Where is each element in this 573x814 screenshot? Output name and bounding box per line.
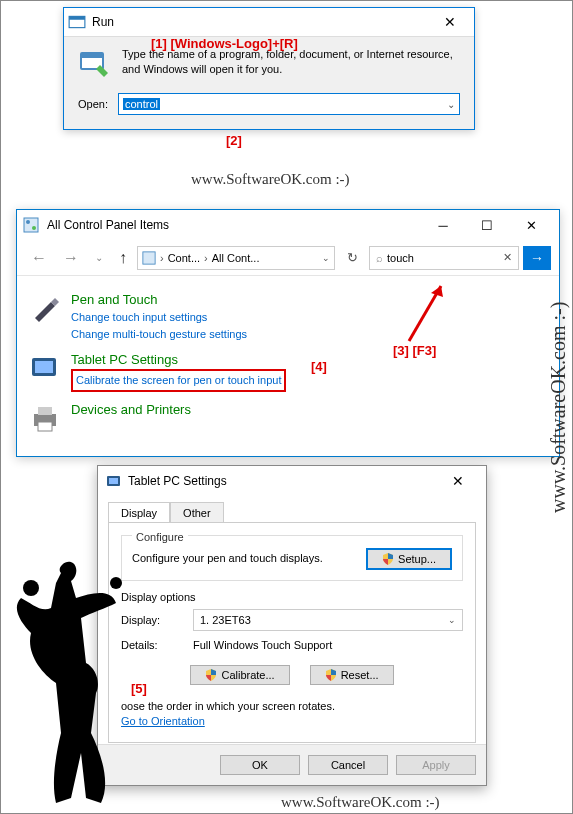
control-panel-icon (23, 217, 39, 233)
search-icon: ⌕ (376, 252, 383, 264)
cp-title-text: All Control Panel Items (47, 218, 169, 232)
calibrate-button[interactable]: Calibrate... (190, 665, 289, 685)
annotation-4: [4] (311, 359, 327, 374)
display-options-label: Display options (121, 591, 463, 603)
search-value: touch (387, 252, 499, 264)
pen-icon (29, 292, 61, 324)
watermark-side: www.SoftwareOK.com :-) (547, 1, 570, 813)
svg-point-6 (32, 226, 36, 230)
clear-search-button[interactable]: ✕ (503, 251, 512, 264)
cp-toolbar: ← → ⌄ ↑ › Cont... › All Cont... ⌄ ↻ ⌕ to… (17, 240, 559, 276)
svg-rect-7 (143, 251, 155, 263)
svg-rect-1 (69, 16, 85, 19)
orientation-link[interactable]: Go to Orientation (121, 715, 205, 727)
shield-icon (205, 669, 217, 681)
display-label: Display: (121, 614, 181, 626)
details-label: Details: (121, 639, 181, 651)
up-button[interactable]: ↑ (113, 245, 133, 271)
run-icon (68, 13, 86, 31)
calibrate-button-label: Calibrate... (221, 669, 274, 681)
tab-other[interactable]: Other (170, 502, 224, 523)
svg-rect-12 (38, 422, 52, 431)
category-link[interactable]: Change touch input settings (71, 309, 247, 326)
svg-rect-16 (109, 478, 118, 484)
configure-fieldset: Configure Configure your pen and touch d… (121, 535, 463, 581)
setup-button-label: Setup... (398, 553, 436, 565)
apply-button[interactable]: Apply (396, 755, 476, 775)
tablet-titlebar[interactable]: Tablet PC Settings ✕ (98, 466, 486, 496)
close-button[interactable]: ✕ (430, 14, 470, 30)
category-pen-and-touch: Pen and Touch Change touch input setting… (29, 292, 547, 342)
back-button[interactable]: ← (25, 245, 53, 271)
category-title[interactable]: Pen and Touch (71, 292, 247, 307)
category-devices-and-printers: Devices and Printers (29, 402, 547, 434)
annotation-1: [1] [Windows-Logo]+[R] (151, 36, 298, 51)
reset-button-label: Reset... (341, 669, 379, 681)
breadcrumb-sep: › (204, 252, 208, 264)
breadcrumb-seg2[interactable]: All Cont... (212, 252, 260, 264)
maximize-button[interactable]: ☐ (465, 211, 509, 239)
cancel-button[interactable]: Cancel (308, 755, 388, 775)
ok-button[interactable]: OK (220, 755, 300, 775)
chevron-down-icon[interactable]: ⌄ (322, 253, 330, 263)
setup-button[interactable]: Setup... (366, 548, 452, 570)
control-panel-icon (142, 251, 156, 265)
control-panel-window: All Control Panel Items ─ ☐ ✕ ← → ⌄ ↑ › … (16, 209, 560, 457)
configure-text: Configure your pen and touch displays. (132, 551, 346, 566)
tab-display-content: Configure Configure your pen and touch d… (108, 522, 476, 743)
svg-rect-3 (81, 53, 103, 58)
search-input[interactable]: ⌕ touch ✕ (369, 246, 519, 270)
run-program-icon (78, 47, 110, 79)
open-combobox[interactable]: control ⌄ (118, 93, 460, 115)
svg-rect-9 (35, 361, 53, 373)
tablet-title-text: Tablet PC Settings (128, 474, 227, 488)
refresh-button[interactable]: ↻ (339, 250, 365, 265)
rotation-order-text: oose the order in which your screen rota… (121, 699, 463, 730)
details-value: Full Windows Touch Support (193, 639, 332, 651)
tablet-icon (29, 352, 61, 384)
close-button[interactable]: ✕ (438, 473, 478, 489)
minimize-button[interactable]: ─ (421, 211, 465, 239)
red-arrow-icon (401, 281, 451, 351)
printer-icon (29, 402, 61, 434)
svg-point-5 (26, 220, 30, 224)
svg-rect-11 (38, 407, 52, 415)
tablet-icon (106, 473, 122, 489)
configure-legend: Configure (132, 531, 188, 543)
shield-icon (325, 669, 337, 681)
category-link-calibrate[interactable]: Calibrate the screen for pen or touch in… (71, 369, 286, 392)
display-combobox[interactable]: 1. 23ET63 ⌄ (193, 609, 463, 631)
forward-button[interactable]: → (57, 245, 85, 271)
tab-display[interactable]: Display (108, 502, 170, 523)
open-label: Open: (78, 98, 108, 110)
svg-point-17 (23, 580, 39, 596)
breadcrumb-seg1[interactable]: Cont... (168, 252, 200, 264)
category-title[interactable]: Devices and Printers (71, 402, 191, 417)
annotation-5: [5] (131, 681, 147, 696)
chevron-down-icon[interactable]: ⌄ (448, 615, 456, 625)
run-title-text: Run (92, 15, 114, 29)
svg-rect-4 (24, 218, 38, 232)
run-description: Type the name of a program, folder, docu… (122, 47, 460, 79)
tablet-settings-dialog: Tablet PC Settings ✕ Display Other Confi… (97, 465, 487, 786)
watermark-url-1: www.SoftwareOK.com :-) (191, 171, 350, 188)
cp-titlebar[interactable]: All Control Panel Items ─ ☐ ✕ (17, 210, 559, 240)
breadcrumb-sep: › (160, 252, 164, 264)
history-dropdown[interactable]: ⌄ (89, 248, 109, 267)
chevron-down-icon[interactable]: ⌄ (447, 99, 455, 110)
display-value: 1. 23ET63 (200, 614, 251, 626)
watermark-url-2: www.SoftwareOK.com :-) (281, 794, 440, 811)
address-bar[interactable]: › Cont... › All Cont... ⌄ (137, 246, 335, 270)
annotation-2: [2] (226, 133, 242, 148)
run-titlebar[interactable]: Run ✕ (64, 8, 474, 36)
reset-button[interactable]: Reset... (310, 665, 394, 685)
category-title[interactable]: Tablet PC Settings (71, 352, 286, 367)
category-tablet-pc-settings: Tablet PC Settings Calibrate the screen … (29, 352, 547, 392)
open-value: control (123, 98, 160, 110)
shield-icon (382, 553, 394, 565)
run-dialog: Run ✕ Type the name of a program, folder… (63, 7, 475, 130)
category-link[interactable]: Change multi-touch gesture settings (71, 326, 247, 343)
